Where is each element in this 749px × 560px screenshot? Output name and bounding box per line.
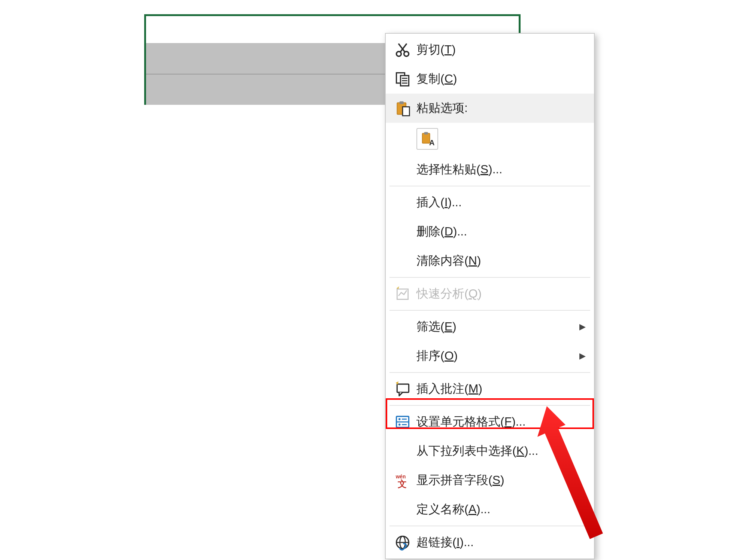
menu-label-filter: 筛选(E) (416, 319, 579, 335)
menu-label-pick-from-list: 从下拉列表中选择(K)... (416, 443, 589, 459)
svg-rect-10 (400, 101, 404, 104)
menu-label-paste-special: 选择性粘贴(S)... (416, 161, 589, 178)
svg-rect-12 (422, 133, 430, 143)
menu-label-quick-analysis: 快速分析(Q) (416, 286, 589, 302)
menu-label-show-pinyin: 显示拼音字段(S) (416, 472, 589, 489)
menu-label-sort: 排序(O) (416, 348, 579, 364)
menu-item-define-name[interactable]: 定义名称(A)... (386, 495, 594, 524)
menu-label-clear-contents: 清除内容(N) (416, 253, 589, 269)
menu-separator (389, 405, 590, 406)
menu-label-paste-options: 粘贴选项: (416, 100, 589, 116)
submenu-arrow-icon: ▶ (579, 322, 589, 332)
menu-item-paste-options: 粘贴选项: (386, 94, 594, 123)
menu-item-insert[interactable]: 插入(I)... (386, 188, 594, 217)
format-cells-icon (389, 414, 416, 430)
menu-label-copy: 复制(C) (416, 71, 589, 87)
svg-text:文: 文 (398, 479, 407, 489)
svg-text:wén: wén (395, 474, 406, 480)
menu-label-cut: 剪切(T) (416, 42, 589, 58)
menu-item-insert-comment[interactable]: 插入批注(M) (386, 374, 594, 404)
menu-item-delete[interactable]: 删除(D)... (386, 217, 594, 246)
menu-separator (389, 277, 590, 278)
menu-item-paste-special[interactable]: 选择性粘贴(S)... (386, 155, 594, 184)
menu-item-clear-contents[interactable]: 清除内容(N) (386, 246, 594, 276)
submenu-arrow-icon: ▶ (579, 351, 589, 361)
menu-item-cut[interactable]: 剪切(T) (386, 35, 594, 64)
menu-label-format-cells: 设置单元格格式(F)... (416, 414, 589, 430)
pinyin-icon: wén 文 (389, 472, 416, 489)
hyperlink-icon (389, 534, 416, 551)
paste-icon (389, 100, 416, 116)
menu-item-quick-analysis: 快速分析(Q) (386, 279, 594, 308)
paste-option-keep-formatting[interactable]: A (416, 128, 438, 150)
svg-text:A: A (429, 139, 434, 146)
menu-item-filter[interactable]: 筛选(E) ▶ (386, 312, 594, 341)
quick-analysis-icon (389, 286, 416, 302)
menu-separator (389, 526, 590, 526)
menu-item-show-pinyin[interactable]: wén 文 显示拼音字段(S) (386, 466, 594, 495)
comment-icon (389, 381, 416, 397)
menu-separator (389, 372, 590, 373)
menu-separator (389, 310, 590, 311)
svg-point-21 (398, 424, 401, 426)
menu-item-format-cells[interactable]: 设置单元格格式(F)... (386, 407, 594, 436)
menu-label-define-name: 定义名称(A)... (416, 501, 589, 518)
menu-label-insert: 插入(I)... (416, 194, 589, 211)
menu-item-copy[interactable]: 复制(C) (386, 64, 594, 94)
copy-icon (389, 71, 416, 87)
menu-separator (389, 186, 590, 186)
paste-options-row: A (386, 123, 594, 155)
context-menu: 剪切(T) 复制(C) 粘贴选项: (385, 33, 595, 559)
menu-item-sort[interactable]: 排序(O) ▶ (386, 341, 594, 371)
menu-label-delete: 删除(D)... (416, 223, 589, 240)
menu-item-pick-from-list[interactable]: 从下拉列表中选择(K)... (386, 436, 594, 466)
svg-rect-16 (397, 384, 409, 392)
menu-label-hyperlink: 超链接(I)... (416, 534, 589, 551)
cut-icon (389, 42, 416, 58)
svg-point-19 (398, 418, 401, 420)
menu-label-insert-comment: 插入批注(M) (416, 381, 589, 397)
svg-rect-13 (424, 132, 428, 135)
menu-item-hyperlink[interactable]: 超链接(I)... (386, 528, 594, 557)
svg-rect-11 (403, 107, 409, 116)
